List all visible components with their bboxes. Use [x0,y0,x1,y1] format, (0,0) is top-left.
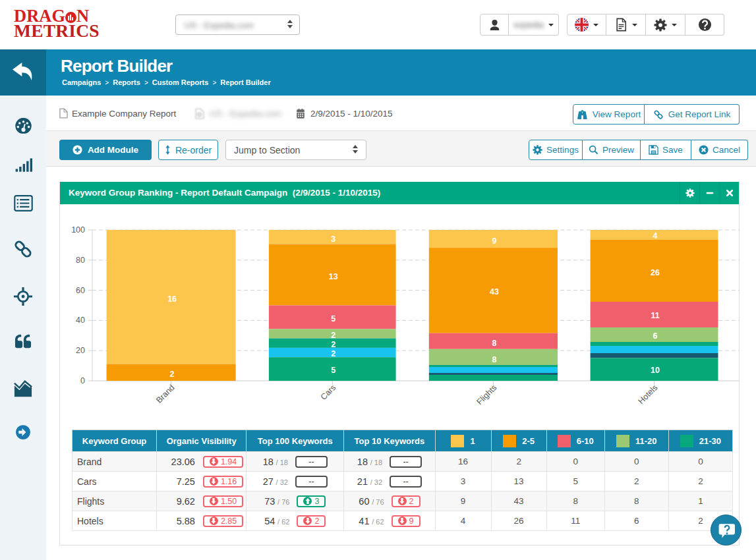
svg-text:40: 40 [76,316,85,325]
svg-text:9: 9 [492,237,496,246]
svg-text:2: 2 [331,331,335,340]
svg-text:10: 10 [651,366,660,375]
svg-text:100: 100 [71,225,85,235]
svg-text:2: 2 [331,349,335,358]
svg-text:13: 13 [329,272,338,281]
svg-text:Brand: Brand [154,383,177,405]
svg-text:Flights: Flights [475,383,498,406]
svg-text:16: 16 [167,294,177,304]
svg-text:Hotels: Hotels [637,383,660,406]
svg-text:80: 80 [76,256,85,265]
svg-text:26: 26 [651,268,660,277]
svg-text:5: 5 [331,366,335,375]
svg-text:2: 2 [331,340,335,349]
svg-text:6: 6 [653,331,658,341]
svg-text:4: 4 [653,231,658,240]
svg-text:11: 11 [651,311,659,320]
svg-text:43: 43 [490,287,499,296]
svg-text:Cars: Cars [319,383,338,402]
svg-text:5: 5 [331,314,335,323]
svg-text:20: 20 [76,346,85,355]
svg-text:2: 2 [170,370,175,379]
svg-text:60: 60 [76,286,85,295]
svg-text:8: 8 [492,355,496,364]
svg-text:8: 8 [492,339,496,348]
svg-text:0: 0 [80,376,85,385]
svg-text:3: 3 [331,235,335,244]
